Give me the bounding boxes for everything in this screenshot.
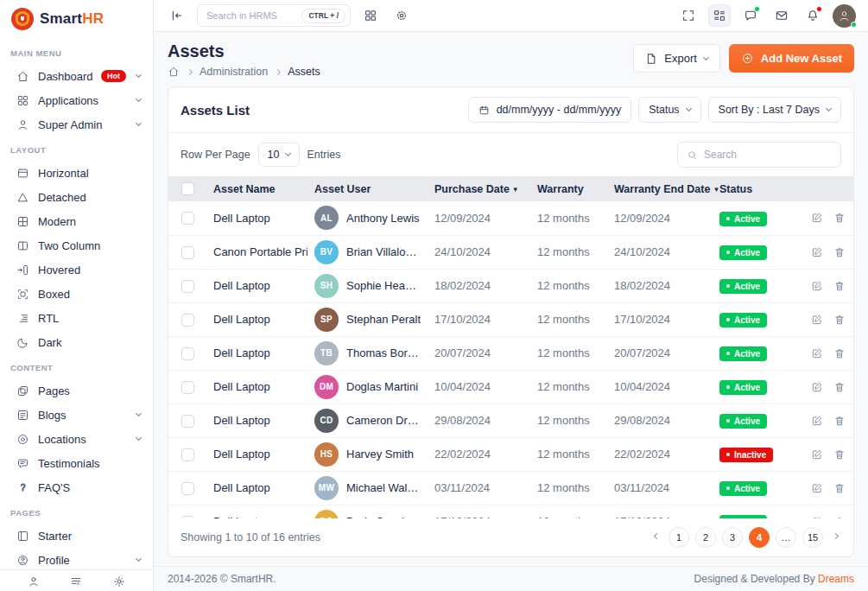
brightness-icon[interactable] bbox=[113, 573, 125, 588]
add-new-asset-button[interactable]: Add New Asset bbox=[729, 44, 854, 73]
edit-button[interactable] bbox=[811, 448, 823, 461]
global-search-input[interactable] bbox=[206, 10, 295, 21]
sidebar-collapse-button[interactable] bbox=[166, 4, 188, 27]
brand-name: SmartHR bbox=[40, 10, 104, 28]
sidebar-item[interactable]: Boxed bbox=[0, 282, 153, 306]
col-status[interactable]: Status bbox=[713, 176, 794, 201]
home-icon[interactable] bbox=[168, 66, 180, 78]
status-filter-dropdown[interactable]: Status bbox=[638, 97, 700, 123]
delete-button[interactable] bbox=[833, 381, 846, 393]
edit-button[interactable] bbox=[811, 212, 823, 224]
delete-button[interactable] bbox=[833, 448, 846, 461]
prev-page-button[interactable] bbox=[650, 531, 662, 543]
row-checkbox[interactable] bbox=[181, 381, 194, 394]
delete-button[interactable] bbox=[833, 246, 846, 258]
status-dot bbox=[726, 486, 730, 490]
warranty: 12 months bbox=[530, 269, 607, 302]
sidebar-item[interactable]: Applications bbox=[0, 88, 153, 112]
delete-button[interactable] bbox=[833, 347, 846, 359]
row-checkbox[interactable] bbox=[181, 246, 194, 259]
user-avatar[interactable] bbox=[833, 4, 856, 28]
page-number-button[interactable]: … bbox=[776, 527, 796, 548]
col-purchase-date[interactable]: Purchase Date▼ bbox=[428, 176, 530, 201]
sidebar-item[interactable]: Profile bbox=[0, 548, 153, 569]
sidebar-item[interactable]: Starter bbox=[0, 524, 153, 548]
row-checkbox[interactable] bbox=[181, 314, 194, 327]
edit-button[interactable] bbox=[811, 246, 823, 258]
calendar-icon bbox=[478, 105, 490, 116]
mail-icon[interactable] bbox=[770, 4, 793, 27]
sidebar-layout-items: Horizontal Detached Modern bbox=[0, 161, 153, 354]
sidebar-item[interactable]: Dashboard Hot bbox=[0, 64, 153, 88]
apps-grid-icon[interactable] bbox=[359, 4, 382, 27]
col-asset-user[interactable]: Asset User bbox=[307, 176, 428, 201]
sort-by-dropdown[interactable]: Sort By : Last 7 Days bbox=[708, 97, 841, 123]
date-range-picker[interactable]: dd/mm/yyyy - dd/mm/yyyy bbox=[468, 97, 631, 123]
col-asset-name[interactable]: Asset Name bbox=[206, 176, 307, 201]
sidebar-item[interactable]: Two Column bbox=[0, 233, 153, 257]
sort-caret-icon[interactable]: ▼ bbox=[512, 186, 519, 194]
edit-button[interactable] bbox=[811, 280, 823, 292]
col-warranty[interactable]: Warranty bbox=[530, 176, 607, 201]
status-badge: Active bbox=[719, 346, 767, 361]
row-checkbox[interactable] bbox=[181, 280, 194, 293]
row-checkbox[interactable] bbox=[181, 482, 194, 495]
sidebar-item[interactable]: Pages bbox=[0, 378, 153, 403]
sidebar-item[interactable]: Locations bbox=[0, 427, 153, 451]
brand-logo[interactable]: SmartHR bbox=[0, 0, 153, 38]
table-row: Dell Laptop SH Sophie Headrick 18/02/202… bbox=[168, 269, 853, 302]
edit-button[interactable] bbox=[811, 314, 823, 326]
sidebar-item[interactable]: Super Admin bbox=[0, 112, 153, 137]
row-checkbox[interactable] bbox=[181, 212, 194, 225]
settings-gear-icon[interactable] bbox=[390, 4, 413, 27]
sidebar-item[interactable]: Blogs bbox=[0, 403, 153, 427]
sidebar-item[interactable]: Testimonials bbox=[0, 451, 153, 475]
col-warranty-end-date[interactable]: Warranty End Date▼ bbox=[607, 176, 713, 201]
sidebar-item-icon bbox=[16, 70, 29, 83]
chat-icon[interactable] bbox=[739, 4, 762, 27]
row-checkbox[interactable] bbox=[181, 347, 194, 360]
row-checkbox[interactable] bbox=[181, 415, 194, 428]
select-all-checkbox[interactable] bbox=[181, 182, 194, 195]
sidebar-item[interactable]: RTL bbox=[0, 306, 153, 330]
notifications-bell-icon[interactable] bbox=[801, 4, 824, 27]
page-size-select[interactable]: 10 bbox=[258, 143, 300, 167]
page-number-button[interactable]: 3 bbox=[722, 527, 743, 548]
export-button[interactable]: Export bbox=[633, 44, 720, 73]
credit-brand-link[interactable]: Dreams bbox=[818, 573, 854, 585]
sidebar-item[interactable]: Dark bbox=[0, 330, 153, 354]
users-icon[interactable] bbox=[28, 573, 40, 588]
page-number-button[interactable]: 1 bbox=[668, 527, 689, 548]
sidebar-item[interactable]: Detached bbox=[0, 185, 153, 209]
asset-user: CD Cameron Drake bbox=[314, 409, 421, 433]
delete-button[interactable] bbox=[833, 314, 846, 326]
edit-button[interactable] bbox=[811, 482, 823, 494]
edit-button[interactable] bbox=[811, 415, 823, 427]
sidebar-item[interactable]: Modern bbox=[0, 209, 153, 233]
delete-button[interactable] bbox=[833, 212, 846, 224]
next-page-button[interactable] bbox=[829, 531, 841, 543]
page-number-button[interactable]: 4 bbox=[749, 527, 770, 548]
page-number-button[interactable]: 15 bbox=[802, 527, 823, 548]
delete-button[interactable] bbox=[833, 415, 846, 427]
sidebar-item[interactable]: Horizontal bbox=[0, 161, 153, 185]
sidebar-item-label: Starter bbox=[38, 530, 141, 543]
layout-panel-icon[interactable] bbox=[708, 4, 731, 27]
table-search-input[interactable] bbox=[704, 149, 832, 161]
breadcrumb-item-administration[interactable]: Administration bbox=[200, 66, 268, 78]
edit-button[interactable] bbox=[811, 381, 823, 393]
global-search[interactable]: CTRL + / bbox=[197, 4, 351, 27]
status-dot bbox=[726, 352, 730, 355]
fullscreen-icon[interactable] bbox=[677, 4, 700, 27]
sidebar-item[interactable]: Hovered bbox=[0, 257, 153, 282]
sidebar-item[interactable]: FAQ'S bbox=[0, 475, 153, 499]
card-title: Assets List bbox=[181, 103, 250, 118]
page-number-button[interactable]: 2 bbox=[695, 527, 716, 548]
delete-button[interactable] bbox=[833, 482, 846, 494]
chevron-down-icon bbox=[136, 435, 142, 441]
table-search[interactable] bbox=[677, 142, 841, 168]
list-icon[interactable] bbox=[70, 573, 82, 588]
row-checkbox[interactable] bbox=[181, 448, 194, 461]
delete-button[interactable] bbox=[833, 280, 846, 292]
edit-button[interactable] bbox=[811, 347, 823, 359]
